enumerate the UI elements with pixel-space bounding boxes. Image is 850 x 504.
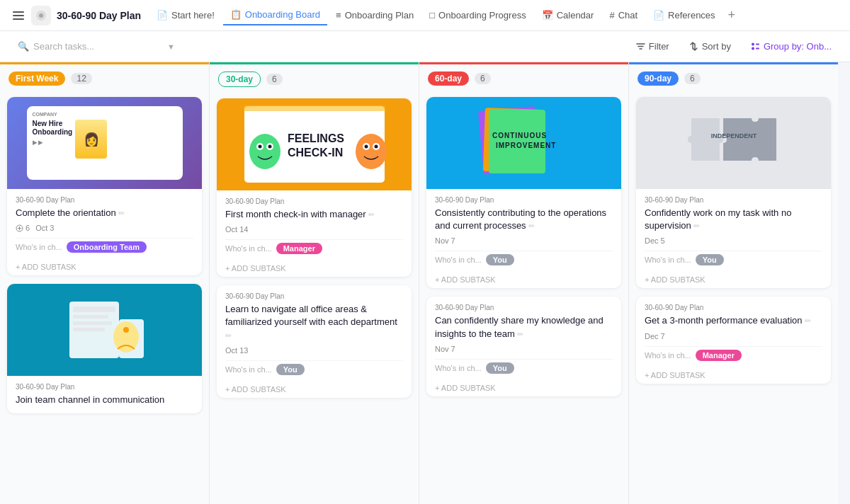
tab-start[interactable]: 📄 Start here! (149, 6, 222, 25)
assignee-pill[interactable]: Manager (696, 350, 742, 361)
add-subtask-button[interactable]: + ADD SUBTASK (426, 271, 621, 288)
add-subtask-button[interactable]: + ADD SUBTASK (636, 271, 831, 288)
card-img-independent: INDEPENDENT (636, 97, 831, 189)
assignee-pill[interactable]: Manager (276, 243, 322, 254)
count-30day: 6 (266, 74, 283, 85)
assignee-label: Who's in ch... (16, 243, 62, 251)
cards-first-week: COMPANY New HireOnboarding ▶ ▶ 👩 (0, 91, 209, 504)
card-navigate[interactable]: 30-60-90 Day Plan Learn to navigate all … (217, 285, 412, 398)
cards-30day: FEELINGS CHECK-IN 30-60-90 Day Plan Firs… (210, 93, 419, 504)
sort-button[interactable]: Sort by (682, 38, 738, 55)
card-date: Oct 14 (225, 225, 248, 234)
group-button[interactable]: Group by: Onb... (744, 38, 839, 55)
references-icon: 📄 (653, 10, 664, 21)
plan-icon: ≡ (336, 10, 341, 21)
column-header-first-week: First Week 12 (0, 64, 209, 91)
badge-60day: 60-day (428, 71, 469, 86)
hamburger-button[interactable] (8, 6, 28, 25)
card-img-feelings: FEELINGS CHECK-IN (217, 98, 412, 190)
assignee-label: Who's in ch... (645, 256, 691, 264)
card-title: Learn to navigate all office areas & fam… (225, 303, 403, 342)
column-30day: 30-day 6 (210, 62, 419, 504)
column-60day: 60-day 6 CONTINUOUS IMPROVEMENT (419, 62, 628, 504)
svg-point-25 (268, 145, 271, 149)
svg-text:CONTINUOUS: CONTINUOUS (492, 132, 547, 139)
edit-icon[interactable]: ✏ (368, 210, 375, 219)
assignee-pill[interactable]: You (486, 362, 514, 374)
filter-button[interactable]: Filter (629, 38, 676, 55)
badge-90day: 90-day (638, 71, 679, 86)
edit-icon[interactable]: ✏ (805, 316, 811, 325)
search-chevron-icon: ▼ (167, 42, 175, 51)
svg-point-4 (39, 13, 43, 18)
card-category: 30-60-90 Day Plan (645, 196, 822, 204)
edit-icon[interactable]: ✏ (528, 222, 535, 230)
assignee-label: Who's in ch... (645, 351, 691, 360)
count-60day: 6 (475, 73, 491, 84)
column-first-week: First Week 12 COMPANY New HireOnboarding… (0, 62, 209, 504)
add-subtask-button[interactable]: + ADD SUBTASK (636, 367, 831, 384)
card-date: Oct 3 (35, 224, 54, 232)
badge-30day: 30-day (218, 71, 261, 87)
svg-point-17 (123, 327, 129, 333)
svg-point-21 (249, 134, 280, 169)
tab-board[interactable]: 📋 Onboarding Board (223, 5, 327, 25)
add-subtask-button[interactable]: + ADD SUBTASK (426, 379, 621, 396)
app-title: 30-60-90 Day Plan (57, 10, 141, 21)
cards-90day: INDEPENDENT 30-60-90 Day Plan Confidentl… (629, 91, 838, 504)
assignee-pill[interactable]: You (276, 364, 305, 375)
search-box[interactable]: 🔍 Search tasks... ▼ (11, 38, 181, 55)
svg-text:FEELINGS: FEELINGS (288, 132, 344, 144)
start-icon: 📄 (157, 10, 168, 21)
tab-plan[interactable]: ≡ Onboarding Plan (329, 6, 421, 25)
svg-point-30 (364, 145, 368, 149)
card-title: Complete the orientation ✏ (16, 207, 193, 219)
svg-point-32 (374, 145, 378, 149)
assignee-pill[interactable]: You (486, 254, 514, 265)
card-title: Get a 3-month performance evaluation ✏ (645, 314, 822, 327)
card-orientation[interactable]: COMPANY New HireOnboarding ▶ ▶ 👩 (7, 97, 202, 275)
card-category: 30-60-90 Day Plan (16, 383, 193, 391)
svg-rect-1 (13, 15, 24, 16)
card-contributing[interactable]: CONTINUOUS IMPROVEMENT 30-60-90 Day Plan… (426, 97, 621, 288)
svg-rect-7 (756, 44, 759, 45)
svg-text:IMPROVEMENT: IMPROVEMENT (496, 142, 556, 149)
card-feelings[interactable]: FEELINGS CHECK-IN 30-60-90 Day Plan Firs… (217, 98, 412, 277)
assignee-label: Who's in ch... (225, 365, 272, 374)
edit-icon[interactable]: ✏ (517, 330, 523, 338)
add-subtask-button[interactable]: + ADD SUBTASK (217, 260, 412, 277)
svg-point-5 (752, 43, 754, 46)
card-category: 30-60-90 Day Plan (645, 304, 822, 311)
card-date: Dec 7 (645, 332, 665, 340)
card-evaluation[interactable]: 30-60-90 Day Plan Get a 3-month performa… (636, 297, 831, 383)
assignee-pill[interactable]: Onboarding Team (67, 241, 147, 253)
add-tab-button[interactable]: + (728, 8, 736, 23)
svg-rect-2 (13, 18, 24, 20)
assignee-label: Who's in ch... (435, 256, 482, 264)
card-category: 30-60-90 Day Plan (225, 197, 403, 205)
edit-icon[interactable]: ✏ (225, 331, 232, 340)
svg-rect-13 (73, 321, 112, 325)
card-knowledge[interactable]: 30-60-90 Day Plan Can confidently share … (426, 297, 621, 396)
assignee-pill[interactable]: You (696, 254, 724, 265)
tab-calendar[interactable]: 📅 Calendar (535, 6, 601, 25)
column-90day: 90-day 6 INDEPENDENT 30-60-90 Day Plan (629, 62, 838, 504)
tab-progress[interactable]: □ Onboarding Progress (422, 6, 533, 25)
add-subtask-button[interactable]: + ADD SUBTASK (217, 381, 412, 398)
chat-icon: # (609, 10, 614, 21)
card-title: Join team channel in communication (16, 394, 193, 406)
svg-point-28 (356, 134, 387, 169)
tab-chat[interactable]: # Chat (602, 6, 645, 25)
tab-references[interactable]: 📄 References (646, 6, 722, 25)
svg-point-16 (113, 321, 139, 353)
column-header-60day: 60-day 6 (419, 64, 628, 91)
card-date: Nov 7 (435, 345, 455, 353)
edit-icon[interactable]: ✏ (118, 209, 125, 217)
edit-icon[interactable]: ✏ (693, 222, 700, 230)
add-subtask-button[interactable]: + ADD SUBTASK (7, 258, 202, 275)
subtask-icon (16, 224, 23, 232)
app-logo (31, 6, 51, 25)
card-category: 30-60-90 Day Plan (435, 196, 613, 204)
card-communication[interactable]: 30-60-90 Day Plan Join team channel in c… (7, 284, 202, 413)
card-independent[interactable]: INDEPENDENT 30-60-90 Day Plan Confidentl… (636, 97, 831, 288)
